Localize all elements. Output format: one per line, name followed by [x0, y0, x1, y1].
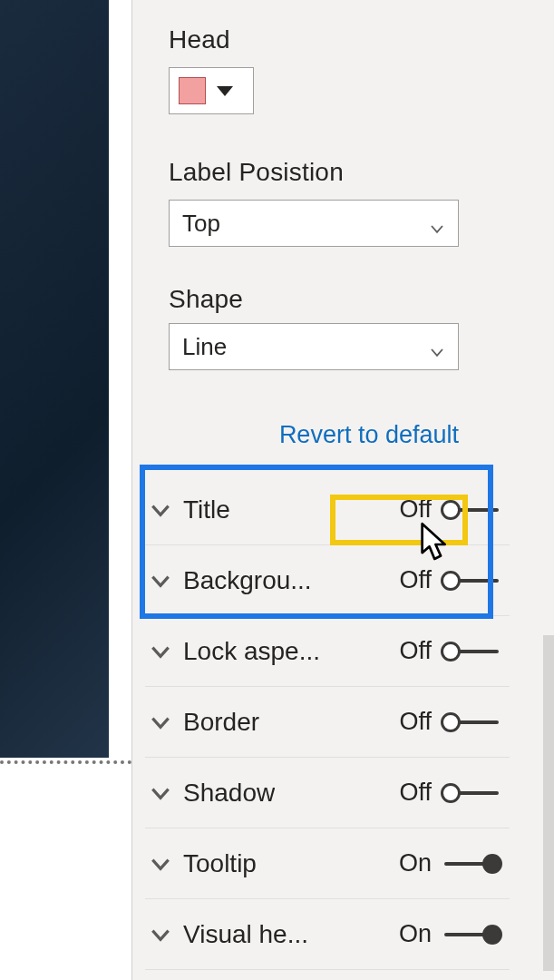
chevron-down-icon: [429, 338, 445, 355]
toggle-state-text: Off: [392, 495, 432, 524]
chevron-down-icon: [429, 215, 445, 231]
chevron-down-icon: [149, 498, 172, 522]
section-row-header[interactable]: Lock aspe...: [149, 637, 320, 666]
selection-bottom-guide: [0, 760, 131, 764]
shape-field: Shape Line: [169, 285, 486, 370]
section-label: Visual he...: [183, 920, 308, 949]
toggle-state-text: Off: [392, 637, 432, 665]
sections-list: TitleOffBackgrou...OffLock aspe...OffBor…: [145, 475, 510, 970]
toggle-state-text: On: [392, 849, 432, 877]
chevron-down-icon: [149, 781, 172, 805]
section-row-header[interactable]: Tooltip: [149, 849, 257, 878]
section-row-toggle: Off: [392, 708, 502, 736]
vertical-scrollbar[interactable]: [543, 635, 554, 971]
toggle-state-text: Off: [392, 708, 432, 736]
toggle-switch[interactable]: [441, 640, 502, 663]
toggle-switch[interactable]: [441, 498, 502, 522]
toggle-switch[interactable]: [441, 569, 502, 593]
dropdown-caret-icon: [217, 86, 233, 96]
section-row-header[interactable]: Title: [149, 495, 230, 524]
chevron-down-icon: [149, 569, 172, 593]
section-label: Lock aspe...: [183, 637, 320, 666]
section-row[interactable]: Lock aspe...Off: [145, 616, 510, 687]
formatting-pane: Head Label Posistion Top Shape L: [131, 0, 554, 980]
section-row[interactable]: TitleOff: [145, 475, 510, 545]
canvas-margin: [109, 0, 131, 767]
section-row-toggle: On: [392, 849, 502, 877]
toggle-switch[interactable]: [441, 710, 502, 734]
section-row[interactable]: Backgrou...Off: [145, 545, 510, 616]
shape-value: Line: [182, 333, 227, 361]
section-row[interactable]: TooltipOn: [145, 828, 510, 899]
section-row-header[interactable]: Backgrou...: [149, 566, 312, 595]
head-field: Head: [169, 25, 486, 114]
head-color-picker[interactable]: [169, 67, 254, 114]
label-position-field: Label Posistion Top: [169, 158, 486, 247]
section-row-header[interactable]: Shadow: [149, 779, 275, 808]
toggle-switch[interactable]: [441, 781, 502, 805]
section-row-toggle: Off: [392, 566, 502, 594]
toggle-switch[interactable]: [441, 852, 502, 876]
toggle-state-text: Off: [392, 779, 432, 807]
chevron-down-icon: [149, 852, 172, 876]
section-label: Backgrou...: [183, 566, 312, 595]
chevron-down-icon: [149, 923, 172, 946]
canvas-preview: [0, 0, 131, 980]
section-label: Title: [183, 495, 230, 524]
section-row-toggle: On: [392, 920, 502, 948]
section-row[interactable]: Visual he...On: [145, 899, 510, 970]
chevron-down-icon: [149, 710, 172, 734]
label-position-label: Label Posistion: [169, 158, 486, 187]
section-row-header[interactable]: Visual he...: [149, 920, 308, 949]
section-row-toggle: Off: [392, 779, 502, 807]
head-label: Head: [169, 25, 486, 54]
revert-to-default-link[interactable]: Revert to default: [169, 421, 459, 449]
toggle-state-text: On: [392, 920, 432, 948]
shape-select[interactable]: Line: [169, 323, 459, 370]
head-color-swatch: [179, 77, 206, 104]
section-label: Tooltip: [183, 849, 257, 878]
section-row-toggle: Off: [392, 495, 502, 524]
toggle-state-text: Off: [392, 566, 432, 594]
section-row[interactable]: BorderOff: [145, 687, 510, 758]
section-row-toggle: Off: [392, 637, 502, 665]
label-position-value: Top: [182, 210, 220, 238]
label-position-select[interactable]: Top: [169, 200, 459, 247]
visual-thumbnail: [0, 0, 109, 758]
section-row-header[interactable]: Border: [149, 708, 259, 737]
chevron-down-icon: [149, 640, 172, 663]
toggle-switch[interactable]: [441, 923, 502, 946]
shape-label: Shape: [169, 285, 486, 314]
section-label: Shadow: [183, 779, 275, 808]
section-row[interactable]: ShadowOff: [145, 758, 510, 828]
section-label: Border: [183, 708, 259, 737]
